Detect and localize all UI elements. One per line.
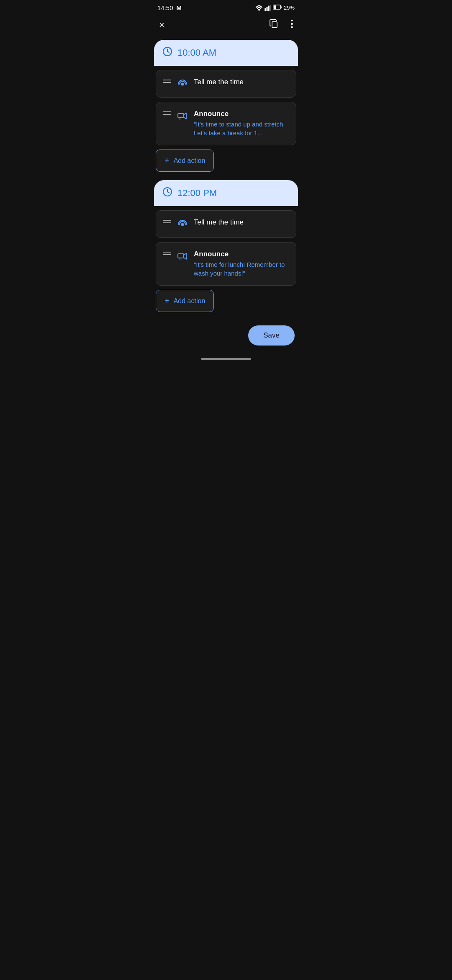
svg-rect-13: [178, 113, 184, 118]
svg-point-10: [291, 26, 293, 28]
svg-rect-4: [270, 5, 271, 11]
close-button[interactable]: ×: [157, 18, 166, 32]
broadcast-icon-2-1: [177, 219, 188, 230]
action-2-2-title: Announce: [194, 250, 289, 258]
section-2: 12:00 PM Tell me the time: [151, 180, 301, 312]
action-1-2[interactable]: Announce "It's time to stand up and stre…: [156, 102, 296, 145]
save-button[interactable]: Save: [248, 325, 295, 346]
nav-indicator: [201, 358, 251, 360]
svg-rect-6: [274, 5, 276, 9]
plus-icon-2: +: [164, 296, 170, 306]
drag-handle-2-1: [163, 220, 171, 223]
top-bar-right: [267, 17, 295, 33]
nav-bar: [151, 354, 301, 366]
time-display: 14:50: [157, 4, 173, 11]
status-bar: 14:50 M 29%: [151, 0, 301, 14]
announce-icon-1-2: [177, 111, 188, 121]
more-icon: [291, 19, 293, 28]
action-1-2-title: Announce: [194, 110, 289, 118]
time-header-2[interactable]: 12:00 PM: [154, 180, 298, 206]
action-2-1-content: Tell me the time: [194, 218, 289, 227]
action-1-1-content: Tell me the time: [194, 78, 289, 87]
battery-icon: [273, 5, 282, 11]
signal-icon: [265, 5, 271, 11]
action-2-1-title: Tell me the time: [194, 218, 289, 227]
time-header-1[interactable]: 10:00 AM: [154, 40, 298, 66]
add-action-label-2: Add action: [174, 297, 205, 305]
broadcast-icon-1-1: [177, 79, 188, 90]
action-2-1[interactable]: Tell me the time: [156, 210, 296, 238]
clock-icon-1: [162, 46, 172, 59]
svg-point-9: [291, 23, 293, 25]
svg-rect-2: [266, 7, 267, 10]
drag-handle-1-1: [163, 80, 171, 83]
svg-point-12: [181, 83, 184, 86]
action-2-2-subtitle: "It's time for lunch! Remember to wash y…: [194, 260, 289, 278]
action-1-1[interactable]: Tell me the time: [156, 70, 296, 98]
action-1-2-content: Announce "It's time to stand up and stre…: [194, 110, 289, 137]
plus-icon-1: +: [164, 156, 170, 165]
top-bar: ×: [151, 14, 301, 40]
action-1-1-title: Tell me the time: [194, 78, 289, 86]
svg-rect-7: [272, 22, 277, 28]
section-1-time: 10:00 AM: [177, 47, 216, 58]
gmail-icon: M: [177, 4, 182, 11]
status-right: 29%: [255, 5, 295, 11]
section-1: 10:00 AM Tell me the time: [151, 40, 301, 172]
svg-rect-16: [178, 254, 184, 258]
drag-handle-1-2: [163, 111, 171, 115]
svg-point-15: [181, 223, 184, 226]
svg-point-0: [258, 10, 259, 11]
status-left: 14:50 M: [157, 4, 182, 11]
more-options-button[interactable]: [289, 18, 295, 33]
action-2-2-content: Announce "It's time for lunch! Remember …: [194, 250, 289, 278]
svg-rect-3: [268, 5, 270, 10]
drag-handle-2-2: [163, 252, 171, 255]
wifi-icon: [255, 5, 263, 11]
add-action-label-1: Add action: [174, 157, 205, 165]
add-action-button-2[interactable]: + Add action: [156, 290, 214, 312]
svg-rect-1: [265, 8, 266, 10]
copy-button[interactable]: [267, 17, 281, 33]
announce-icon-2-2: [177, 251, 188, 262]
action-1-2-subtitle: "It's time to stand up and stretch. Let'…: [194, 120, 289, 137]
clock-icon-2: [162, 187, 172, 199]
action-2-2[interactable]: Announce "It's time for lunch! Remember …: [156, 242, 296, 286]
section-2-time: 12:00 PM: [177, 188, 217, 199]
bottom-bar: Save: [151, 320, 301, 354]
copy-icon: [269, 19, 279, 29]
add-action-button-1[interactable]: + Add action: [156, 150, 214, 172]
battery-percent: 29%: [284, 5, 295, 11]
svg-point-8: [291, 20, 293, 21]
